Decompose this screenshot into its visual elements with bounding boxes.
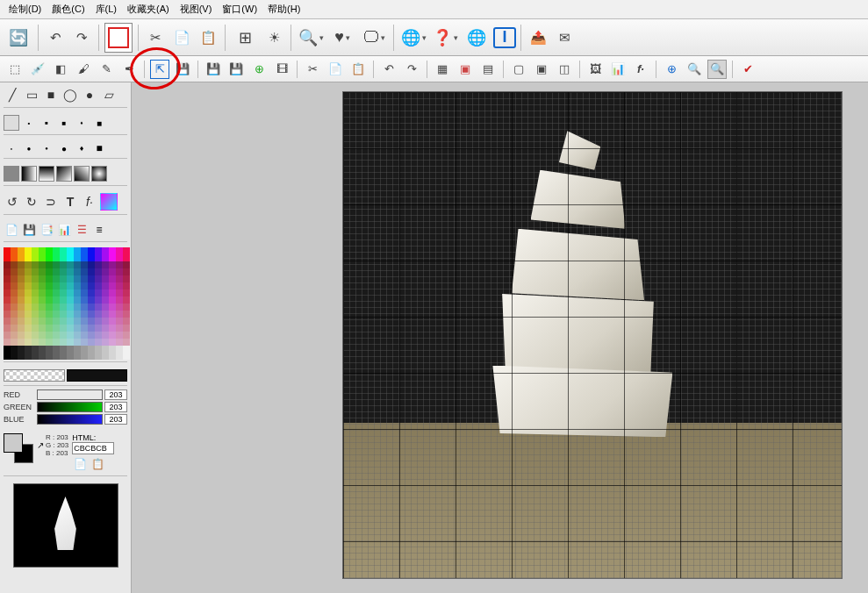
filled-ellipse-tool[interactable]: ● (81, 86, 98, 104)
fg-bg-swatches[interactable] (4, 433, 33, 463)
color-palette[interactable] (4, 246, 127, 362)
blue-value[interactable]: 203 (104, 414, 127, 425)
windows-icon[interactable]: ⊞ (230, 23, 260, 53)
brush-c3[interactable]: ● (39, 146, 54, 151)
brush-c1[interactable]: ● (4, 146, 19, 151)
help-icon[interactable]: ❓ (430, 23, 460, 53)
red-value[interactable]: 203 (104, 389, 127, 400)
grad-solid[interactable] (4, 166, 19, 182)
grad-v[interactable] (39, 166, 54, 182)
heart-icon[interactable]: ♥ (327, 23, 357, 53)
image-thumbnail[interactable] (13, 483, 118, 568)
paste2-icon[interactable]: 📋 (348, 60, 368, 79)
menu-view[interactable]: 视图(V) (176, 1, 216, 18)
brush-small-icon[interactable]: 🖌 (74, 60, 93, 79)
redo-icon[interactable]: ↷ (69, 25, 94, 50)
zoom-icon[interactable]: 🔍 (296, 23, 326, 53)
paste-hex-icon[interactable]: 📋 (90, 456, 105, 472)
copy-icon[interactable]: 📄 (169, 25, 194, 50)
pixel-canvas[interactable] (342, 91, 843, 579)
box2-icon[interactable]: ▣ (532, 60, 551, 79)
brush-c6[interactable]: ■ (91, 142, 107, 154)
fx-icon[interactable]: f· (631, 60, 650, 79)
brush-c2[interactable]: ● (21, 145, 37, 153)
check-icon[interactable]: ✔ (738, 60, 757, 79)
brush-3px[interactable]: ■ (56, 119, 72, 127)
menu-favorites[interactable]: 收藏夹(A) (124, 1, 173, 18)
brush-1px[interactable]: ■ (21, 121, 37, 125)
palette-new-icon[interactable]: 📄 (4, 222, 19, 238)
redo2-icon[interactable]: ↷ (402, 60, 421, 79)
palette-add-icon[interactable]: 📑 (39, 222, 54, 238)
marquee-icon[interactable]: ⬚ (5, 60, 25, 79)
menu-help[interactable]: 帮助(H) (264, 1, 304, 18)
save-blue-icon[interactable]: 💾 (173, 60, 192, 79)
grad-diag2[interactable] (74, 166, 90, 182)
box1-icon[interactable]: ▢ (509, 60, 528, 79)
color-square-button[interactable] (104, 23, 133, 53)
rect-tool[interactable]: ▭ (23, 86, 40, 104)
menu-draw[interactable]: 绘制(D) (5, 1, 45, 18)
mail-icon[interactable]: ✉ (552, 25, 577, 50)
menu-library[interactable]: 库(L) (92, 1, 120, 18)
grad-diag[interactable] (56, 166, 72, 182)
filmstrip-icon[interactable]: 🎞 (272, 60, 291, 79)
green-slider[interactable] (37, 402, 103, 412)
zoom-actual-icon[interactable]: 🔍 (707, 60, 727, 79)
save-icon[interactable]: 💾 (204, 60, 223, 79)
palette-sort-icon[interactable]: 📊 (56, 222, 72, 238)
palette-menu-icon[interactable]: ≡ (91, 222, 107, 238)
text-tool[interactable]: T (61, 193, 79, 211)
ellipse-tool[interactable]: ◯ (61, 86, 79, 104)
3d-rect-tool[interactable]: ▱ (100, 86, 118, 104)
html-color-input[interactable] (72, 442, 114, 454)
undo2-icon[interactable]: ↶ (379, 60, 398, 79)
palette-list-icon[interactable]: ☰ (74, 222, 90, 238)
monitor-icon[interactable]: 🖵 (359, 23, 389, 53)
copy-hex-icon[interactable]: 📄 (72, 456, 88, 472)
line-tool[interactable]: ╱ (4, 86, 21, 104)
filled-rect-tool[interactable]: ■ (42, 86, 60, 104)
cut2-icon[interactable]: ✂ (303, 60, 322, 79)
red-slider[interactable] (37, 389, 103, 400)
box3-icon[interactable]: ◫ (555, 60, 574, 79)
brush-c4[interactable]: ● (56, 144, 72, 154)
globe-transfer-icon[interactable]: 🌐 (462, 23, 491, 53)
brush-5px[interactable]: ■ (91, 118, 107, 128)
save-plus-icon[interactable]: 💾 (226, 60, 246, 79)
transparent-swatch[interactable] (4, 369, 65, 382)
paste-icon[interactable]: 📋 (196, 25, 220, 50)
pen-small-icon[interactable]: ✒ (119, 60, 139, 79)
refresh-icon[interactable]: 🔄 (4, 23, 33, 53)
pencil-small-icon[interactable]: ✎ (97, 60, 116, 79)
grid-toggle-icon[interactable]: ▦ (433, 60, 452, 79)
rotate-ccw-tool[interactable]: ↺ (4, 193, 21, 211)
black-swatch[interactable] (67, 369, 128, 382)
arc-tool[interactable]: ⊃ (42, 193, 60, 211)
brush-4px[interactable]: ♦ (74, 120, 90, 125)
gradient-tool[interactable] (100, 193, 118, 211)
green-value[interactable]: 203 (104, 402, 127, 412)
eyedropper-icon[interactable]: 💉 (28, 60, 47, 79)
globe-icon[interactable]: 🌐 (398, 23, 428, 53)
grad-h[interactable] (21, 166, 37, 182)
fx-tool[interactable]: f· (81, 193, 98, 211)
picture-icon[interactable]: 🖼 (585, 60, 605, 79)
brush-c5[interactable]: ♦ (74, 144, 90, 153)
sun-icon[interactable]: ☀ (262, 25, 286, 50)
copy2-icon[interactable]: 📄 (326, 60, 345, 79)
brush-preview[interactable] (4, 115, 19, 131)
eraser-icon[interactable]: ◧ (51, 60, 70, 79)
layers2-icon[interactable]: ▤ (478, 60, 498, 79)
page-export-icon[interactable]: 📤 (526, 25, 550, 50)
brush-2px[interactable]: ■ (39, 120, 54, 125)
histogram-icon[interactable]: 📊 (608, 60, 628, 79)
text-block-icon[interactable]: I (493, 27, 516, 48)
zoom-in-icon[interactable]: ⊕ (662, 60, 681, 79)
blue-slider[interactable] (37, 414, 103, 425)
palette-save-icon[interactable]: 💾 (21, 222, 37, 238)
menu-color[interactable]: 颜色(C) (48, 1, 88, 18)
import-icon[interactable]: ⇱ (150, 60, 169, 79)
grad-radial[interactable] (91, 166, 107, 182)
undo-icon[interactable]: ↶ (43, 25, 68, 50)
